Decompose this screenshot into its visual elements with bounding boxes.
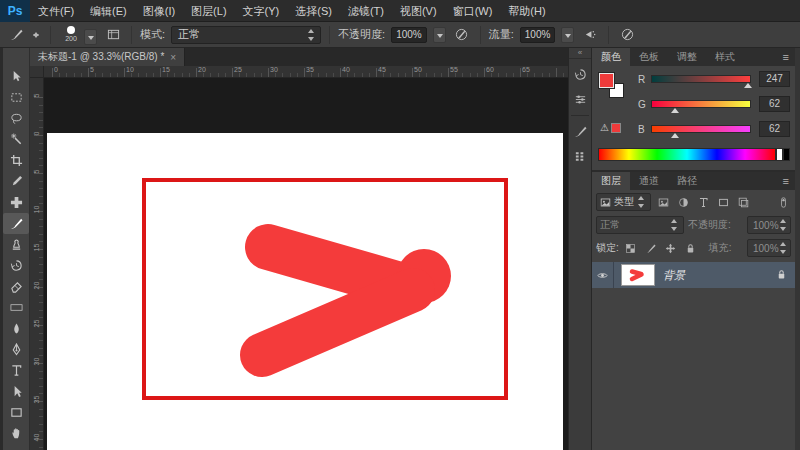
tab-styles[interactable]: 样式 — [706, 48, 744, 66]
brush-tool[interactable] — [3, 213, 29, 234]
flow-dropdown-icon[interactable] — [561, 27, 574, 43]
panel-menu-icon[interactable]: ≡ — [783, 175, 795, 187]
brush-preset-picker[interactable]: 200 — [59, 25, 97, 45]
menu-layer[interactable]: 图层(L) — [183, 0, 234, 22]
tool-options-bar: 200 模式: 正常 不透明度: 100% 流量: 100% — [0, 22, 800, 48]
filter-toggle-icon[interactable] — [775, 194, 791, 210]
menu-file[interactable]: 文件(F) — [30, 0, 82, 22]
menu-view[interactable]: 视图(V) — [392, 0, 445, 22]
brush-preset-dropdown-icon[interactable] — [84, 29, 97, 45]
tab-paths[interactable]: 路径 — [668, 172, 706, 190]
airbrush-icon[interactable] — [580, 25, 600, 45]
tab-color[interactable]: 颜色 — [592, 48, 630, 66]
blue-slider-thumb-icon[interactable] — [671, 133, 679, 138]
eraser-tool[interactable] — [3, 276, 29, 297]
layer-name[interactable]: 背景 — [663, 268, 685, 283]
menu-filter[interactable]: 滤镜(T) — [340, 0, 392, 22]
filter-shape-icon[interactable] — [715, 194, 731, 210]
ruler-label: 30 — [33, 357, 40, 367]
layer-row-background[interactable]: 背景 — [592, 262, 795, 288]
blend-mode-value: 正常 — [178, 27, 307, 42]
tab-channels[interactable]: 通道 — [630, 172, 668, 190]
shape-tool[interactable] — [3, 402, 29, 423]
menu-select[interactable]: 选择(S) — [287, 0, 340, 22]
hand-tool[interactable] — [3, 423, 29, 444]
brush-panel-icon[interactable] — [570, 121, 590, 141]
history-brush-tool[interactable] — [3, 255, 29, 276]
opacity-input[interactable]: 100% — [391, 27, 427, 43]
properties-panel-icon[interactable] — [570, 89, 590, 109]
healing-brush-tool[interactable] — [3, 192, 29, 213]
filter-pixel-icon[interactable] — [655, 194, 671, 210]
lasso-tool[interactable] — [3, 108, 29, 129]
spectrum-white-swatch[interactable] — [776, 148, 783, 161]
menu-image[interactable]: 图像(I) — [135, 0, 183, 22]
lock-all-icon[interactable] — [683, 240, 699, 256]
blue-value-input[interactable]: 62 — [759, 121, 790, 137]
red-slider[interactable] — [651, 75, 751, 83]
brush-tool-preset-button[interactable] — [6, 25, 26, 45]
green-slider-thumb-icon[interactable] — [671, 108, 679, 113]
ruler-label: 10 — [33, 205, 40, 215]
lock-position-icon[interactable] — [663, 240, 679, 256]
blue-slider[interactable] — [651, 125, 751, 133]
opacity-dropdown-icon[interactable] — [433, 27, 446, 43]
red-value-input[interactable]: 247 — [759, 71, 790, 87]
blue-channel-row: B 62 — [638, 122, 790, 140]
type-tool[interactable] — [3, 360, 29, 381]
layer-visibility-toggle[interactable] — [592, 262, 614, 288]
layer-blend-mode-select[interactable]: 正常 — [596, 216, 684, 234]
ruler-origin-corner[interactable] — [30, 66, 44, 78]
move-tool[interactable] — [3, 66, 29, 87]
pen-tool[interactable] — [3, 339, 29, 360]
quick-selection-tool[interactable] — [3, 129, 29, 150]
brush-tip-preview: 200 — [59, 25, 83, 45]
history-panel-icon[interactable] — [570, 64, 590, 84]
document-canvas[interactable] — [47, 133, 563, 450]
filter-smart-object-icon[interactable] — [735, 194, 751, 210]
tab-adjustments[interactable]: 调整 — [668, 48, 706, 66]
foreground-color-swatch[interactable] — [599, 73, 614, 88]
spectrum-black-swatch[interactable] — [783, 148, 790, 161]
pressure-size-icon[interactable] — [617, 25, 637, 45]
layer-thumbnail[interactable] — [621, 264, 655, 286]
menu-window[interactable]: 窗口(W) — [445, 0, 501, 22]
ruler-label: 45 — [378, 66, 386, 73]
red-slider-thumb-icon[interactable] — [744, 83, 752, 88]
crop-tool[interactable] — [3, 150, 29, 171]
green-slider[interactable] — [651, 100, 751, 108]
fill-input[interactable]: 100% — [747, 239, 791, 257]
filter-type-icon[interactable] — [695, 194, 711, 210]
expand-dock-icon[interactable]: « — [569, 48, 591, 59]
menu-help[interactable]: 帮助(H) — [500, 0, 553, 22]
ruler-label: 50 — [414, 66, 422, 73]
clone-stamp-tool[interactable] — [3, 234, 29, 255]
document-tab[interactable]: 未标题-1 @ 33.3%(RGB/8) * × — [30, 48, 185, 66]
tool-preset-arrow-icon[interactable] — [32, 31, 42, 39]
marquee-tool[interactable] — [3, 87, 29, 108]
brush-presets-panel-icon[interactable] — [570, 146, 590, 166]
close-tab-icon[interactable]: × — [170, 52, 176, 63]
eyedropper-tool[interactable] — [3, 171, 29, 192]
lock-transparency-icon[interactable] — [623, 240, 639, 256]
tab-swatches[interactable]: 色板 — [630, 48, 668, 66]
green-value-input[interactable]: 62 — [759, 96, 790, 112]
toggle-brush-panel-button[interactable] — [103, 25, 123, 45]
path-selection-tool[interactable] — [3, 381, 29, 402]
pressure-opacity-icon[interactable] — [452, 25, 472, 45]
filter-adjustment-icon[interactable] — [675, 194, 691, 210]
layer-opacity-input[interactable]: 100% — [747, 216, 791, 234]
menu-type[interactable]: 文字(Y) — [235, 0, 288, 22]
panel-menu-icon[interactable]: ≡ — [783, 51, 795, 63]
gradient-tool[interactable] — [3, 297, 29, 318]
tab-layers[interactable]: 图层 — [592, 172, 630, 190]
blend-mode-select[interactable]: 正常 — [171, 26, 321, 44]
blur-tool[interactable] — [3, 318, 29, 339]
filter-kind-select[interactable]: 类型 — [596, 193, 651, 211]
gamut-color-swatch[interactable] — [611, 123, 621, 133]
lock-pixels-icon[interactable] — [643, 240, 659, 256]
flow-input[interactable]: 100% — [520, 27, 556, 43]
color-spectrum-bar[interactable] — [598, 148, 776, 161]
canvas-viewport[interactable] — [44, 78, 568, 450]
menu-edit[interactable]: 编辑(E) — [82, 0, 135, 22]
